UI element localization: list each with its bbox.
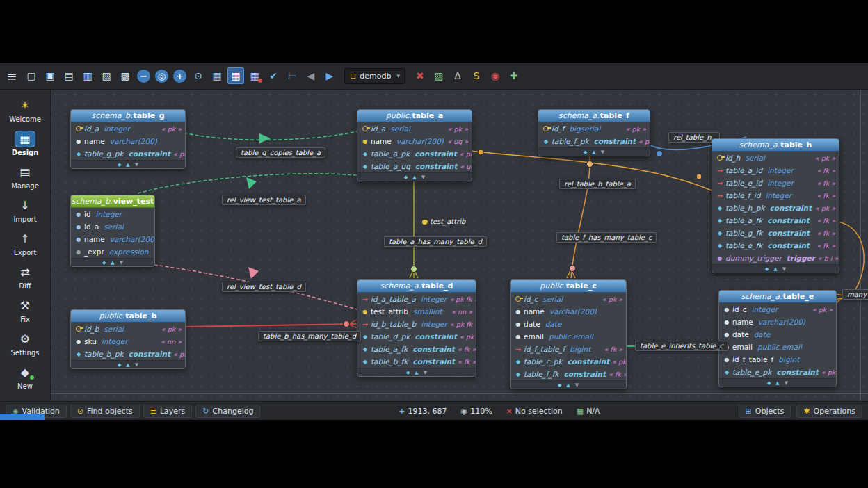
- relationship-line[interactable]: [184, 131, 357, 140]
- attribute-row[interactable]: ●dummy_triggertrigger« b i »: [712, 252, 839, 264]
- zoom-out-icon[interactable]: −: [137, 70, 150, 83]
- attribute-row[interactable]: ●namevarchar(200)« uq »: [357, 135, 472, 147]
- next-icon[interactable]: ▶: [321, 67, 338, 84]
- attribute-row[interactable]: →id_b_table_binteger« pk fk »: [357, 318, 476, 330]
- attribute-row[interactable]: ●emailpublic.email: [719, 341, 836, 353]
- extend-icon[interactable]: ◆: [558, 382, 561, 388]
- attribute-row[interactable]: id_ainteger« pk »: [71, 122, 185, 135]
- attribute-row[interactable]: →table_a_idinteger« fk »: [712, 164, 839, 177]
- collapse-icon[interactable]: ▲: [775, 380, 779, 386]
- attribute-row[interactable]: ◆table_h_pkconstraint« pk »: [712, 202, 839, 214]
- page-grid-icon[interactable]: ▦: [246, 67, 263, 84]
- attribute-row[interactable]: ●datedate: [511, 318, 626, 330]
- extend-icon[interactable]: ◆: [406, 370, 410, 375]
- attribute-row[interactable]: ●datedate: [719, 328, 836, 341]
- relationship-label[interactable]: test_attrib: [421, 217, 467, 226]
- attribute-row[interactable]: ◆table_a_pkconstraint« pk »: [357, 147, 472, 160]
- table-table_a[interactable]: public.table_aid_aserial« pk »●namevarch…: [357, 109, 472, 181]
- table-table_d[interactable]: schema_a.table_d→id_a_table_ainteger« pk…: [357, 279, 476, 377]
- open-model-icon[interactable]: ▥: [79, 67, 96, 84]
- save-model-icon[interactable]: ▣: [42, 67, 58, 84]
- collapse-icon[interactable]: ▲: [412, 174, 416, 180]
- attribute-row[interactable]: ●idinteger: [71, 208, 154, 220]
- sidebar-item-welcome[interactable]: ✶Welcome: [1, 93, 49, 127]
- expand-icon[interactable]: ▼: [785, 380, 788, 386]
- attribute-row[interactable]: ◆table_b_pkconstraint« pk »: [71, 348, 185, 360]
- attribute-row[interactable]: id_bserial« pk »: [71, 323, 185, 335]
- support-icon[interactable]: ◉: [487, 67, 504, 84]
- relationship-line[interactable]: [138, 174, 357, 193]
- table-table_b[interactable]: public.table_bid_bserial« pk »●skuintege…: [70, 309, 186, 369]
- panel-tab-find-objects[interactable]: ⊙Find objects: [70, 405, 140, 418]
- table-table_g[interactable]: schema_b.table_gid_ainteger« pk »●nameva…: [70, 109, 186, 169]
- attribute-row[interactable]: ●_exprexpression: [71, 245, 154, 258]
- collapse-icon[interactable]: ▲: [592, 149, 595, 155]
- collapse-icon[interactable]: ▲: [126, 162, 129, 168]
- view-view_test[interactable]: schema_b.view_test●idinteger●id_aserial●…: [70, 195, 155, 267]
- attribute-row[interactable]: ●namevarchar(200): [511, 305, 626, 318]
- expand-icon[interactable]: ▼: [782, 266, 786, 272]
- expand-icon[interactable]: ▼: [120, 260, 123, 266]
- attribute-row[interactable]: ◆table_f_fkconstraint« fk »: [511, 368, 626, 380]
- attribute-row[interactable]: ◆table_d_pkconstraint« pk »: [357, 330, 476, 343]
- print-icon[interactable]: ▩: [117, 67, 134, 84]
- relationship-label[interactable]: table_g_copies_table_a: [236, 147, 326, 158]
- attribute-row[interactable]: id_fbigserial« pk »: [538, 122, 650, 135]
- relationship-label[interactable]: rel_view_test_table_a: [222, 195, 306, 205]
- attribute-row[interactable]: ◆table_c_pkconstraint« pk »: [511, 355, 626, 368]
- relationship-label[interactable]: table_f_has_many_table_c: [556, 232, 657, 243]
- expand-icon[interactable]: ▼: [424, 370, 427, 375]
- attribute-row[interactable]: id_aserial« pk »: [357, 122, 472, 135]
- collapse-icon[interactable]: ▲: [111, 260, 114, 266]
- attribute-row[interactable]: ◆table_g_pkconstraint« pk »: [71, 147, 185, 160]
- collapse-icon[interactable]: ▲: [415, 370, 418, 375]
- attribute-row[interactable]: ●id_f_table_fbigint: [719, 353, 836, 366]
- zoom-in-icon[interactable]: +: [173, 70, 186, 83]
- panel-toggle-objects[interactable]: ⊞Objects: [739, 405, 791, 418]
- magnifier-icon[interactable]: ⊙: [190, 67, 207, 84]
- sidebar-item-diff[interactable]: ⇄Diff: [1, 260, 49, 293]
- attribute-row[interactable]: ◆table_a_fkconstraint« fk »: [712, 214, 839, 227]
- extend-icon[interactable]: ◆: [118, 162, 121, 168]
- expand-icon[interactable]: ▼: [421, 174, 425, 180]
- flask-icon[interactable]: Δ: [449, 67, 466, 84]
- relationship-label[interactable]: rel_table_h_table_a: [559, 179, 636, 189]
- hierarchy-icon[interactable]: ⊢: [284, 67, 300, 84]
- plugins-icon[interactable]: ✚: [506, 67, 522, 84]
- extend-icon[interactable]: ◆: [767, 380, 771, 386]
- expand-icon[interactable]: ▼: [575, 382, 579, 388]
- sidebar-item-import[interactable]: ↓Import: [1, 193, 49, 227]
- extend-icon[interactable]: ◆: [404, 174, 408, 180]
- attribute-row[interactable]: ●id_aserial: [71, 220, 154, 233]
- attribute-row[interactable]: id_cserial« pk »: [511, 293, 626, 305]
- relationship-line[interactable]: [184, 324, 357, 327]
- zoom-reset-icon[interactable]: ◎: [155, 70, 168, 83]
- attribute-row[interactable]: →id_f_table_fbigint« fk »: [511, 343, 626, 355]
- sidebar-item-fix[interactable]: ⚒Fix: [1, 293, 49, 327]
- extend-icon[interactable]: ◆: [765, 266, 769, 272]
- attribute-row[interactable]: ◆table_g_fkconstraint« fk »: [712, 227, 839, 239]
- menu-icon[interactable]: ≡: [3, 67, 21, 85]
- save-as-icon[interactable]: ▤: [61, 67, 77, 84]
- expand-icon[interactable]: ▼: [135, 362, 138, 368]
- prev-icon[interactable]: ◀: [303, 67, 319, 84]
- new-model-icon[interactable]: ▢: [23, 67, 40, 84]
- collapse-icon[interactable]: ▲: [126, 362, 129, 368]
- attribute-row[interactable]: ●test_attribsmallint« nn »: [357, 305, 476, 318]
- table-table_f[interactable]: schema_a.table_fid_fbigserial« pk »◆tabl…: [538, 109, 650, 156]
- sidebar-item-design[interactable]: ▦Design: [1, 127, 49, 160]
- extend-icon[interactable]: ◆: [102, 260, 106, 266]
- attribute-row[interactable]: ◆table_b_fkconstraint« fk »: [357, 355, 476, 368]
- sidebar-item-export[interactable]: ↑Export: [1, 227, 49, 260]
- validate-icon[interactable]: ✔: [265, 67, 282, 84]
- sidebar-item-new[interactable]: ◆New: [1, 360, 49, 393]
- attribute-row[interactable]: →id_a_table_ainteger« pk fk »: [357, 293, 476, 305]
- relationship-label[interactable]: table_b_has_many_table_d: [258, 331, 361, 341]
- extend-icon[interactable]: ◆: [118, 362, 121, 368]
- attribute-row[interactable]: ◆table_e_pkconstraint« pk »: [719, 366, 836, 378]
- expand-icon[interactable]: ▼: [135, 162, 138, 168]
- relationship-label[interactable]: rel_view_test_table_d: [222, 282, 306, 292]
- database-selector[interactable]: ⊟ demodb ▾: [344, 68, 405, 84]
- attribute-row[interactable]: ◆table_a_fkconstraint« fk »: [357, 343, 476, 355]
- sidebar-item-settings[interactable]: ⚙Settings: [1, 327, 49, 360]
